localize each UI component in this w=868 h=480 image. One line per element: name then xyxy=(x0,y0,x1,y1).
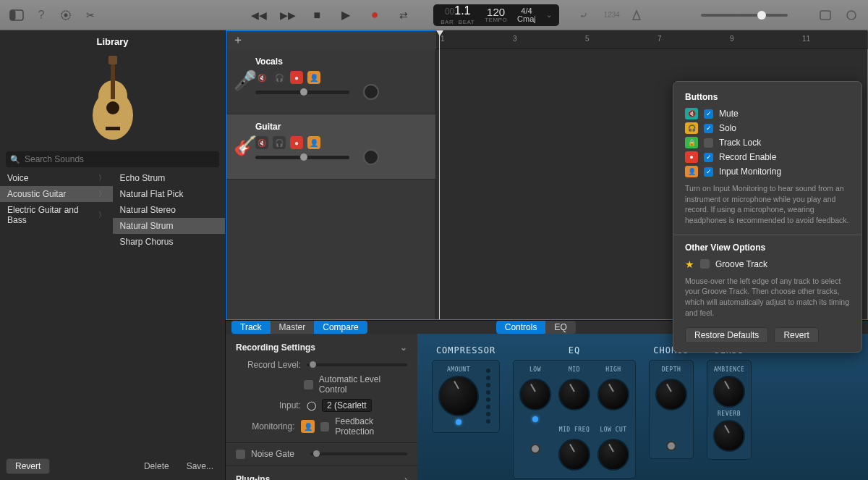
sends-ambience-knob[interactable] xyxy=(713,376,745,408)
effects-rack: COMPRESSOR AMOUNT xyxy=(417,334,868,480)
rewind-icon[interactable]: ◀◀ xyxy=(250,7,268,23)
compressor-module: COMPRESSOR AMOUNT xyxy=(432,345,500,480)
track-volume-slider[interactable] xyxy=(255,90,349,94)
search-input[interactable]: 🔍 Search Sounds xyxy=(6,151,219,167)
option-label: Groove Track xyxy=(715,259,767,269)
option-icon: 👤 xyxy=(685,166,698,177)
tuner-icon[interactable]: ⤾ xyxy=(574,7,592,23)
popover-revert-button[interactable]: Revert xyxy=(774,327,818,343)
eq-low-knob[interactable] xyxy=(519,379,551,410)
groove-track-checkbox[interactable] xyxy=(700,259,710,269)
option-checkbox[interactable]: ✓ xyxy=(704,167,713,177)
record-enable-icon[interactable]: ● xyxy=(290,136,303,149)
track-row[interactable]: 🎤 Vocals 🔇 🎧 ● 👤 xyxy=(226,49,435,114)
input-monitor-icon[interactable]: 👤 xyxy=(307,136,320,149)
star-icon: ★ xyxy=(685,258,694,270)
help-icon[interactable]: ? xyxy=(32,7,51,23)
delete-button[interactable]: Delete xyxy=(138,459,175,473)
led-indicator xyxy=(532,416,538,422)
play-icon[interactable]: ▶ xyxy=(336,7,355,23)
scissors-icon[interactable]: ✂ xyxy=(81,7,100,23)
svg-rect-4 xyxy=(820,11,830,20)
chevron-down-icon[interactable]: ⌄ xyxy=(400,342,407,353)
playhead[interactable] xyxy=(439,30,440,319)
tab-eq[interactable]: EQ xyxy=(545,321,575,334)
solo-icon[interactable]: 🎧 xyxy=(273,71,286,84)
track-list: 🎤 Vocals 🔇 🎧 ● 👤 🎸 Guitar xyxy=(226,49,436,319)
track-pan-knob[interactable] xyxy=(363,149,379,165)
library-category-item[interactable]: Acoustic Guitar〉 xyxy=(0,186,113,202)
guitar-icon: 🎸 xyxy=(234,135,257,157)
tab-track[interactable]: Track xyxy=(231,321,271,334)
track-volume-slider[interactable] xyxy=(255,156,349,159)
add-track-icon[interactable]: ＋ xyxy=(232,33,244,48)
track-row[interactable]: 🎸 Guitar 🔇 🎧 ● 👤 xyxy=(226,114,435,180)
compressor-amount-knob[interactable] xyxy=(438,376,479,416)
lcd-display[interactable]: 001.1 BAR BEAT 120 TEMPO 4/4 Cmaj ⌄ xyxy=(433,4,559,26)
tab-master[interactable]: Master xyxy=(271,321,315,334)
forward-icon[interactable]: ▶▶ xyxy=(278,7,297,23)
feedback-protection-checkbox[interactable] xyxy=(320,422,329,431)
eq-module: EQ LOW MID xyxy=(513,345,636,480)
sends-reverb-knob[interactable] xyxy=(713,420,745,452)
mute-icon[interactable]: 🔇 xyxy=(255,71,268,84)
track-pan-knob[interactable] xyxy=(363,84,379,100)
tab-compare[interactable]: Compare xyxy=(314,321,367,334)
count-in-icon[interactable]: 1234 xyxy=(603,7,621,23)
stop-icon[interactable]: ■ xyxy=(307,7,326,23)
option-label: Mute xyxy=(719,109,739,119)
option-checkbox[interactable] xyxy=(704,138,713,148)
library-preset-item[interactable]: Natural Strum xyxy=(113,218,226,234)
monitoring-toggle[interactable]: 👤 xyxy=(301,420,315,433)
mute-icon[interactable]: 🔇 xyxy=(255,136,268,149)
option-checkbox[interactable]: ✓ xyxy=(704,153,713,162)
cycle-icon[interactable]: ⇄ xyxy=(394,7,413,23)
svg-rect-9 xyxy=(111,59,115,99)
input-select[interactable]: 2 (Scarlett xyxy=(322,399,372,412)
restore-defaults-button[interactable]: Restore Defaults xyxy=(685,327,768,343)
option-checkbox[interactable]: ✓ xyxy=(704,109,713,119)
notes-icon[interactable] xyxy=(816,7,835,23)
record-level-slider[interactable] xyxy=(307,363,407,366)
recording-settings: Recording Settings⌄ Record Level: Automa… xyxy=(226,334,417,480)
jack-socket xyxy=(530,444,540,454)
timeline-ruler[interactable]: 1 3 5 7 9 11 xyxy=(436,30,867,49)
settings-gear-icon[interactable] xyxy=(56,7,75,23)
tab-controls[interactable]: Controls xyxy=(496,321,546,334)
eq-lowcut-knob[interactable] xyxy=(597,439,629,471)
auto-level-checkbox[interactable] xyxy=(304,380,312,390)
svg-rect-10 xyxy=(109,56,117,64)
transport-controls: ◀◀ ▶▶ ■ ▶ ● ⇄ xyxy=(250,7,413,23)
library-preset-item[interactable]: Echo Strum xyxy=(113,170,226,186)
library-preset-item[interactable]: Natural Flat Pick xyxy=(113,186,226,202)
master-volume-slider[interactable] xyxy=(701,14,788,17)
library-category-item[interactable]: Voice〉 xyxy=(0,170,113,186)
save-button[interactable]: Save... xyxy=(181,459,219,473)
popover-section-title: Other View Options xyxy=(685,243,850,253)
solo-icon[interactable]: 🎧 xyxy=(273,136,286,149)
library-category-item[interactable]: Electric Guitar and Bass〉 xyxy=(0,202,113,228)
library-toggle-icon[interactable] xyxy=(7,7,26,23)
track-name: Guitar xyxy=(255,122,427,132)
input-monitor-icon[interactable]: 👤 xyxy=(307,71,320,84)
chevron-right-icon[interactable]: › xyxy=(404,474,407,480)
noise-gate-checkbox[interactable] xyxy=(236,450,245,459)
popover-hint: Turn on Input Monitoring to hear sound f… xyxy=(685,183,850,226)
option-label: Input Monitoring xyxy=(719,167,781,177)
library-preset-item[interactable]: Natural Stereo xyxy=(113,202,226,218)
chevron-right-icon: 〉 xyxy=(98,173,106,183)
chorus-depth-knob[interactable] xyxy=(655,379,687,410)
eq-midfreq-knob[interactable] xyxy=(558,439,590,471)
loops-icon[interactable] xyxy=(842,7,861,23)
record-enable-icon[interactable]: ● xyxy=(290,71,303,84)
library-preset-item[interactable]: Sharp Chorus xyxy=(113,234,226,250)
popover-section-title: Buttons xyxy=(685,92,850,102)
library-categories: Voice〉 Acoustic Guitar〉 Electric Guitar … xyxy=(0,170,113,452)
revert-button[interactable]: Revert xyxy=(6,458,50,474)
metronome-icon[interactable] xyxy=(627,7,646,23)
noise-gate-slider[interactable] xyxy=(310,452,407,455)
eq-high-knob[interactable] xyxy=(597,379,629,410)
eq-mid-knob[interactable] xyxy=(558,379,590,410)
record-icon[interactable]: ● xyxy=(365,7,384,23)
option-checkbox[interactable]: ✓ xyxy=(704,124,713,133)
